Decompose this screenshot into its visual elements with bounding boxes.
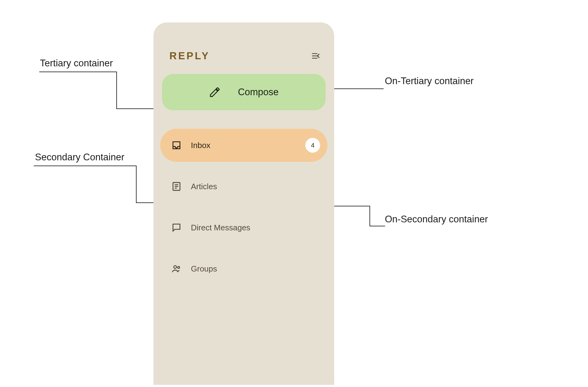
drawer-header: REPLY	[153, 29, 334, 74]
menu-open-icon[interactable]	[310, 51, 321, 61]
svg-point-1	[174, 266, 176, 268]
navigation-drawer: REPLY Compose Inbox 4	[153, 22, 334, 385]
nav-item-label: Direct Messages	[191, 223, 250, 233]
compose-button[interactable]: Compose	[162, 74, 326, 110]
compose-label: Compose	[238, 87, 279, 98]
inbox-icon	[171, 140, 182, 150]
nav-item-articles[interactable]: Articles	[160, 170, 327, 203]
nav-item-label: Groups	[191, 264, 217, 274]
app-title: REPLY	[169, 50, 210, 62]
edit-icon	[209, 86, 221, 98]
group-icon	[171, 264, 182, 274]
nav-list: Inbox 4 Articles Direct Messages	[160, 129, 327, 285]
nav-item-inbox[interactable]: Inbox 4	[160, 129, 327, 162]
nav-item-label: Inbox	[191, 141, 211, 150]
on-tertiary-annotation-label: On-Tertiary container	[385, 76, 474, 87]
nav-item-groups[interactable]: Groups	[160, 252, 327, 285]
inbox-badge: 4	[305, 138, 320, 153]
chat-icon	[171, 222, 182, 233]
secondary-annotation-label: Secondary Container	[35, 152, 124, 163]
nav-item-direct-messages[interactable]: Direct Messages	[160, 211, 327, 244]
nav-item-label: Articles	[191, 182, 217, 191]
on-secondary-annotation-label: On-Secondary container	[385, 214, 488, 225]
svg-point-2	[178, 266, 180, 268]
article-icon	[171, 181, 182, 192]
tertiary-annotation-label: Tertiary container	[40, 58, 113, 69]
